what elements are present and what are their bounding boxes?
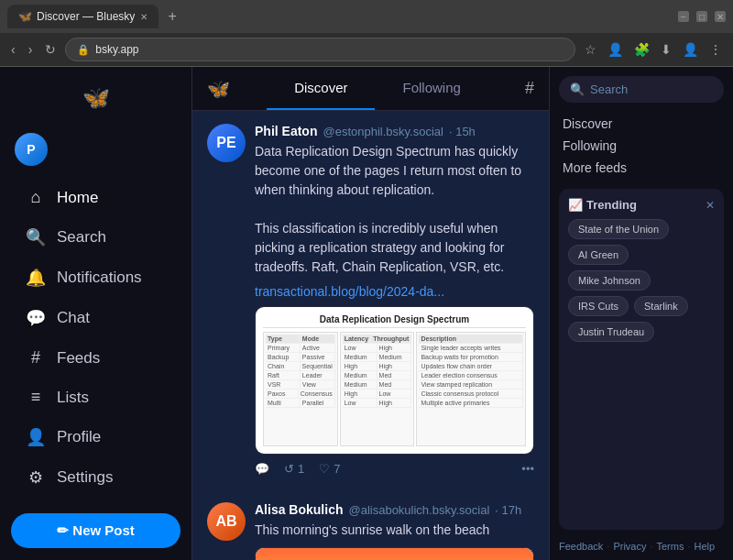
trending-title: 📈 Trending: [568, 198, 637, 212]
tag-mike-johnson[interactable]: Mike Johnson: [568, 270, 651, 291]
post-2-avatar: AB: [207, 502, 246, 541]
sidebar-item-search-label: Search: [57, 228, 106, 247]
tab-title: Discover — Bluesky: [37, 10, 135, 23]
doc-columns: TypeMode PrimaryActive BackupPassive Cha…: [263, 332, 526, 446]
left-sidebar: 🦋 P ⌂ Home 🔍 Search 🔔 Notifications 💬 Ch…: [0, 67, 192, 560]
repost-icon: ↺: [284, 462, 294, 476]
browser-chrome: 🦋 Discover — Bluesky ✕ + − □ ✕ ‹ › ↻ 🔒 b…: [0, 0, 733, 67]
post-2-handle: @alisabokulich.bsky.social: [348, 503, 489, 517]
back-button[interactable]: ‹: [7, 40, 19, 59]
sidebar-item-profile[interactable]: 👤 Profile: [7, 418, 184, 456]
app-container: 🦋 P ⌂ Home 🔍 Search 🔔 Notifications 💬 Ch…: [0, 67, 733, 560]
post-1-more[interactable]: •••: [521, 462, 534, 476]
repost-count: 1: [298, 462, 304, 476]
post-1-image: Data Replication Design Spectrum TypeMod…: [255, 306, 534, 455]
search-box[interactable]: 🔍 Search: [559, 76, 724, 103]
sidebar-item-profile-label: Profile: [57, 428, 101, 446]
extensions-icon[interactable]: 🧩: [630, 38, 653, 60]
post-1-link[interactable]: transactional.blog/blog/2024-da...: [255, 284, 534, 299]
trending-header: 📈 Trending ✕: [568, 198, 715, 212]
doc-col-2: LatencyThroughput LowHigh MediumMedium H…: [340, 332, 415, 446]
menu-icon[interactable]: ⋮: [706, 38, 726, 60]
trending-close-button[interactable]: ✕: [706, 199, 715, 212]
tag-state-of-union[interactable]: State of the Union: [568, 219, 669, 239]
chat-icon: 💬: [26, 308, 46, 328]
reply-icon: 💬: [255, 462, 269, 476]
sidebar-item-lists-label: Lists: [57, 389, 89, 407]
new-post-button[interactable]: ✏ New Post: [11, 513, 181, 548]
right-footer: Feedback · Privacy · Terms · Help: [559, 541, 724, 552]
footer-feedback[interactable]: Feedback: [559, 541, 603, 552]
window-close[interactable]: ✕: [715, 11, 726, 22]
sidebar-item-chat-label: Chat: [57, 309, 90, 327]
doc-col-1: TypeMode PrimaryActive BackupPassive Cha…: [263, 332, 338, 446]
profile-icon[interactable]: 👤: [604, 38, 627, 60]
post-1-repost[interactable]: ↺ 1: [284, 462, 304, 476]
footer-help[interactable]: Help: [695, 541, 716, 552]
right-links: Discover Following More feeds: [559, 114, 724, 178]
post-2-name: Alisa Bokulich: [255, 502, 343, 517]
post-1-doc: Data Replication Design Spectrum TypeMod…: [256, 307, 533, 454]
window-minimize[interactable]: −: [678, 11, 689, 22]
right-sidebar: 🔍 Search Discover Following More feeds 📈…: [550, 67, 733, 560]
window-maximize[interactable]: □: [696, 11, 707, 22]
post-2-content: Alisa Bokulich @alisabokulich.bsky.socia…: [255, 502, 534, 560]
more-icon: •••: [521, 462, 534, 476]
tab-favicon: 🦋: [18, 10, 31, 23]
post-1: PE Phil Eaton @estonphil.bsky.social · 1…: [192, 111, 549, 489]
like-count: 7: [334, 462, 340, 476]
forward-button[interactable]: ›: [25, 40, 37, 59]
sidebar-item-home[interactable]: ⌂ Home: [7, 179, 184, 216]
search-placeholder: Search: [590, 82, 628, 96]
tag-ai-green[interactable]: AI Green: [568, 245, 629, 265]
footer-terms[interactable]: Terms: [657, 541, 684, 552]
like-icon: ♡: [319, 462, 330, 476]
reload-button[interactable]: ↻: [41, 40, 60, 59]
trending-section: 📈 Trending ✕ State of the Union AI Green…: [559, 189, 724, 530]
sidebar-item-search[interactable]: 🔍 Search: [7, 218, 184, 257]
address-bar[interactable]: 🔒 bsky.app: [65, 38, 575, 61]
post-2-text: This morning's sunrise walk on the beach: [255, 521, 534, 540]
sidebar-item-notifications[interactable]: 🔔 Notifications: [7, 258, 184, 297]
footer-privacy[interactable]: Privacy: [613, 541, 646, 552]
right-link-more-feeds[interactable]: More feeds: [559, 158, 724, 178]
home-icon: ⌂: [26, 188, 46, 207]
new-tab-button[interactable]: +: [162, 8, 181, 25]
feeds-icon: #: [26, 348, 46, 368]
right-link-following[interactable]: Following: [559, 136, 724, 156]
post-1-name: Phil Eaton: [255, 124, 317, 138]
tab-close-button[interactable]: ✕: [140, 12, 148, 22]
right-link-discover[interactable]: Discover: [559, 114, 724, 134]
sidebar-item-lists[interactable]: ≡ Lists: [7, 379, 184, 416]
post-2-photo: [256, 548, 533, 560]
feed-butterfly-icon: 🦋: [192, 69, 245, 109]
star-icon[interactable]: ☆: [581, 38, 600, 60]
post-1-like[interactable]: ♡ 7: [319, 462, 340, 476]
trending-label: Trending: [586, 198, 637, 212]
sidebar-item-feeds-label: Feeds: [57, 349, 100, 368]
browser-tab-active[interactable]: 🦋 Discover — Bluesky ✕: [7, 5, 159, 28]
sidebar-item-notifications-label: Notifications: [57, 269, 142, 287]
feed-scroll[interactable]: PE Phil Eaton @estonphil.bsky.social · 1…: [192, 111, 549, 560]
tag-justin-trudeau[interactable]: Justin Trudeau: [568, 322, 654, 342]
tab-following[interactable]: Following: [375, 67, 487, 110]
toolbar-actions: ☆ 👤 🧩 ⬇ 👤 ⋮: [581, 38, 726, 60]
post-2: AB Alisa Bokulich @alisabokulich.bsky.so…: [192, 489, 549, 560]
main-feed: 🦋 Discover Following # PE Phil Eaton @es…: [192, 67, 550, 560]
sidebar-item-settings[interactable]: ⚙ Settings: [7, 458, 184, 497]
tag-irs-cuts[interactable]: IRS Cuts: [568, 296, 629, 316]
sidebar-item-chat[interactable]: 💬 Chat: [7, 299, 184, 337]
doc-col-3: Description Single leader accepts writes…: [416, 332, 526, 446]
download-icon[interactable]: ⬇: [657, 38, 675, 60]
post-2-image: [255, 547, 534, 560]
tab-discover[interactable]: Discover: [267, 67, 375, 110]
post-1-time: · 15h: [449, 125, 476, 138]
post-1-reply[interactable]: 💬: [255, 462, 269, 476]
tag-starlink[interactable]: Starlink: [634, 296, 688, 316]
butterfly-icon: 🦋: [82, 85, 110, 111]
account-icon[interactable]: 👤: [679, 38, 702, 60]
search-icon-right: 🔍: [570, 82, 585, 96]
sidebar-item-feeds[interactable]: # Feeds: [7, 339, 184, 377]
hashtag-icon[interactable]: #: [510, 70, 549, 107]
post-2-time: · 17h: [495, 503, 521, 517]
